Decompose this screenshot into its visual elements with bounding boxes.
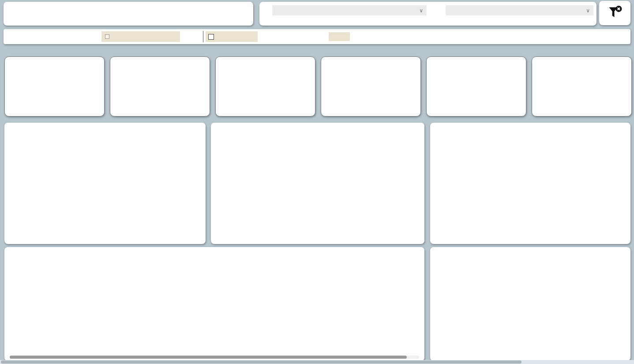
- filter-card: ∨ ∨: [259, 2, 596, 26]
- kpi-card-touches[interactable]: [110, 56, 210, 116]
- service-line-dropdown[interactable]: ∨: [446, 5, 593, 15]
- collections-title: [430, 123, 630, 126]
- sparkline-chart: [8, 100, 101, 113]
- facility-filter: ∨: [272, 4, 427, 15]
- clear-filters-button[interactable]: [599, 1, 630, 25]
- select-more-button[interactable]: [329, 32, 350, 41]
- scrollbar-thumb[interactable]: [10, 356, 407, 359]
- funnel-x-icon: [607, 4, 623, 23]
- chart-title: [430, 247, 630, 250]
- table-h-scrollbar: [10, 356, 419, 359]
- kpi-card-fpr[interactable]: [215, 56, 315, 116]
- expand-icon: [105, 34, 109, 39]
- sparkline-chart: [536, 100, 628, 113]
- cost-to-collect-chart[interactable]: [430, 250, 630, 352]
- dashboard: ∨ ∨: [0, 0, 634, 364]
- checkbox-icon: [208, 34, 214, 40]
- chevron-down-icon: ∨: [419, 8, 423, 14]
- kpi-card-payments-posted[interactable]: [426, 56, 526, 116]
- chart-title: [4, 123, 206, 126]
- divider: [203, 31, 203, 42]
- chart-title: [211, 123, 424, 126]
- sparkline-chart: [325, 100, 417, 113]
- page-h-scrollbar: [0, 360, 634, 364]
- kpi-card-claims-worked[interactable]: [4, 56, 105, 116]
- excl-current-month-checkbox[interactable]: [206, 31, 258, 42]
- productivity-chart-card: [4, 123, 206, 244]
- title-card: [4, 2, 253, 26]
- quality-chart-card: [211, 123, 424, 244]
- week-over-week-card: [4, 247, 424, 361]
- sparkline-chart: [114, 100, 206, 113]
- quality-chart[interactable]: [211, 126, 424, 234]
- chevron-down-icon: ∨: [586, 8, 590, 14]
- cost-to-collect-card: [430, 247, 630, 361]
- sparkline-chart: [219, 100, 311, 113]
- kpi-card-denials-rate[interactable]: [321, 56, 421, 116]
- select-date-slicer[interactable]: [101, 31, 180, 42]
- productivity-chart[interactable]: [4, 126, 206, 234]
- slicer-strip: [4, 29, 630, 44]
- collections-card: [430, 123, 630, 244]
- service-line-filter: ∨: [446, 4, 593, 15]
- sparkline-chart: [430, 100, 522, 113]
- scrollbar-thumb[interactable]: [1, 360, 521, 364]
- facility-dropdown[interactable]: ∨: [272, 5, 427, 15]
- kpi-card-ar-collected[interactable]: [532, 56, 632, 116]
- week-table-title: [4, 247, 424, 250]
